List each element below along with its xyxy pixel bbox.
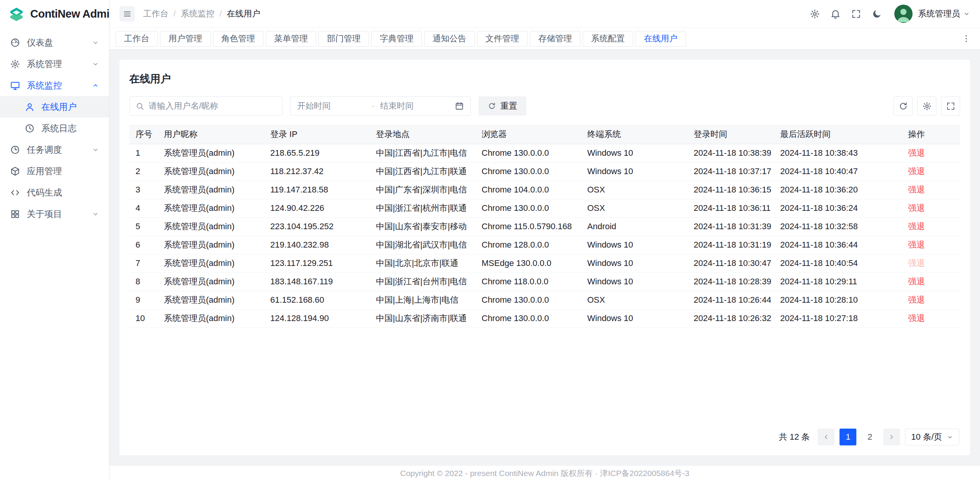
tab-more-button[interactable] xyxy=(959,31,974,47)
cell-text: 3 xyxy=(136,185,140,194)
tab-6[interactable]: 通知公告 xyxy=(424,31,475,47)
force-logout-link[interactable]: 强退 xyxy=(908,185,925,194)
force-logout-link[interactable]: 强退 xyxy=(908,295,925,305)
cell-login_time: 2024-11-18 10:36:11 xyxy=(688,199,774,217)
cell-text: 7 xyxy=(136,258,140,268)
sidebar-item-4[interactable]: 应用管理 xyxy=(0,160,109,182)
sidebar-item-3[interactable]: 任务调度 xyxy=(0,139,109,160)
cell-no: 9 xyxy=(129,291,158,309)
table-row: 10系统管理员(admin)124.128.194.90中国|山东省|济南市|联… xyxy=(129,309,960,328)
table-expand-button[interactable] xyxy=(941,96,960,116)
tab-7[interactable]: 文件管理 xyxy=(477,31,528,47)
cell-last_active: 2024-11-18 10:29:11 xyxy=(774,272,902,291)
cell-action: 强退 xyxy=(902,144,960,162)
sidebar-item-5[interactable]: 代码生成 xyxy=(0,182,109,203)
breadcrumb-item-1[interactable]: 系统监控 xyxy=(181,8,214,20)
sidebar-subitem-label: 系统日志 xyxy=(41,122,77,134)
cell-last_active: 2024-11-18 10:32:58 xyxy=(774,217,902,236)
force-logout-link[interactable]: 强退 xyxy=(908,203,925,213)
page-size-value: 10 条/页 xyxy=(911,431,942,443)
force-logout-link[interactable]: 强退 xyxy=(908,222,925,231)
cell-text: 中国|江西省|九江市|电信 xyxy=(376,148,467,158)
history-icon xyxy=(24,123,35,134)
pagination-next-button[interactable] xyxy=(883,429,900,445)
tab-label: 字典管理 xyxy=(380,33,413,44)
tab-2[interactable]: 角色管理 xyxy=(213,31,263,47)
sidebar-item-0[interactable]: 仪表盘 xyxy=(0,32,109,53)
tab-3[interactable]: 菜单管理 xyxy=(266,31,316,47)
settings-button[interactable] xyxy=(805,5,824,23)
cell-text: Windows 10 xyxy=(587,313,633,323)
cell-text: 124.90.42.226 xyxy=(270,203,324,213)
sidebar-item-6[interactable]: 关于项目 xyxy=(0,203,109,225)
pagination-prev-button[interactable] xyxy=(818,429,835,445)
force-logout-link[interactable]: 强退 xyxy=(908,148,925,158)
sidebar-subitem-label: 在线用户 xyxy=(41,101,77,113)
table-refresh-button[interactable] xyxy=(893,96,913,116)
user-menu[interactable]: 系统管理员 xyxy=(918,8,970,20)
table-row: 1系统管理员(admin)218.65.5.219中国|江西省|九江市|电信Ch… xyxy=(129,144,960,162)
sidebar-item-2[interactable]: 系统监控 xyxy=(0,75,109,96)
copyright-text: Copyright © 2022 - present ContiNew Admi… xyxy=(400,468,689,479)
page-button-2[interactable]: 2 xyxy=(861,429,878,445)
sidebar-collapse-button[interactable] xyxy=(119,6,135,21)
page-button-1[interactable]: 1 xyxy=(840,429,856,445)
cell-no: 7 xyxy=(129,254,158,272)
sidebar-subitem-2-0[interactable]: 在线用户 xyxy=(0,96,109,117)
column-header-label: 登录 IP xyxy=(270,129,297,139)
column-header: 最后活跃时间 xyxy=(774,125,902,144)
page-size-select[interactable]: 10 条/页 xyxy=(905,429,959,445)
cell-text: 2024-11-18 10:29:11 xyxy=(780,277,857,286)
tab-1[interactable]: 用户管理 xyxy=(160,31,211,47)
breadcrumb-separator: / xyxy=(173,9,176,19)
reset-button[interactable]: 重置 xyxy=(479,96,526,116)
online-users-card: 在线用户 开始时间 - 结束时间 重置 xyxy=(119,60,970,455)
chevron-down-icon xyxy=(947,434,953,440)
chevron-up-icon xyxy=(92,82,99,89)
cell-text: 中国|山东省|济南市|联通 xyxy=(376,313,467,323)
cell-ip: 124.128.194.90 xyxy=(264,309,370,328)
tab-9[interactable]: 系统配置 xyxy=(583,31,633,47)
tab-5[interactable]: 字典管理 xyxy=(371,31,422,47)
sidebar-subitem-2-1[interactable]: 系统日志 xyxy=(0,117,109,139)
table-row: 5系统管理员(admin)223.104.195.252中国|山东省|泰安市|移… xyxy=(129,217,960,236)
cell-os: Windows 10 xyxy=(581,254,688,272)
force-logout-link[interactable]: 强退 xyxy=(908,166,925,176)
table-settings-button[interactable] xyxy=(917,96,936,116)
cell-login_time: 2024-11-18 10:38:39 xyxy=(688,144,774,162)
cell-text: 系统管理员(admin) xyxy=(164,166,235,176)
moon-button[interactable] xyxy=(867,5,886,23)
avatar[interactable] xyxy=(894,5,913,23)
cell-text: 1 xyxy=(136,148,140,158)
column-header: 序号 xyxy=(129,125,158,144)
app-root: { "app": { "logo_title": "ContiNew Admin… xyxy=(0,0,980,481)
tab-label: 部门管理 xyxy=(327,33,361,44)
tab-0[interactable]: 工作台 xyxy=(116,31,158,47)
cell-action: 强退 xyxy=(902,309,960,328)
sidebar-item-1[interactable]: 系统管理 xyxy=(0,53,109,75)
cell-os: OSX xyxy=(581,199,688,217)
cell-text: 2024-11-18 10:36:24 xyxy=(780,203,858,213)
expand-button[interactable] xyxy=(847,5,865,23)
breadcrumb-item-2[interactable]: 在线用户 xyxy=(227,8,260,20)
force-logout-link[interactable]: 强退 xyxy=(908,313,925,323)
force-logout-link[interactable]: 强退 xyxy=(908,277,925,286)
app-logo[interactable]: ContiNew Admin xyxy=(0,0,109,28)
date-range-picker[interactable]: 开始时间 - 结束时间 xyxy=(290,96,471,116)
tab-8[interactable]: 存储管理 xyxy=(530,31,580,47)
tab-10[interactable]: 在线用户 xyxy=(635,31,686,47)
column-header-label: 序号 xyxy=(136,129,152,139)
breadcrumb: 工作台/系统监控/在线用户 xyxy=(143,8,260,20)
breadcrumb-item-0[interactable]: 工作台 xyxy=(143,8,168,20)
bell-button[interactable] xyxy=(826,5,844,23)
search-input[interactable] xyxy=(149,101,276,111)
tab-4[interactable]: 部门管理 xyxy=(318,31,369,47)
top-bar-right: 系统管理员 xyxy=(805,5,970,23)
cell-text: Chrome 118.0.0.0 xyxy=(482,277,548,286)
cell-text: 系统管理员(admin) xyxy=(164,240,235,249)
cell-no: 8 xyxy=(129,272,158,291)
cell-no: 4 xyxy=(129,199,158,217)
tab-label: 通知公告 xyxy=(433,33,466,44)
force-logout-link[interactable]: 强退 xyxy=(908,240,925,249)
column-header: 登录时间 xyxy=(688,125,774,144)
